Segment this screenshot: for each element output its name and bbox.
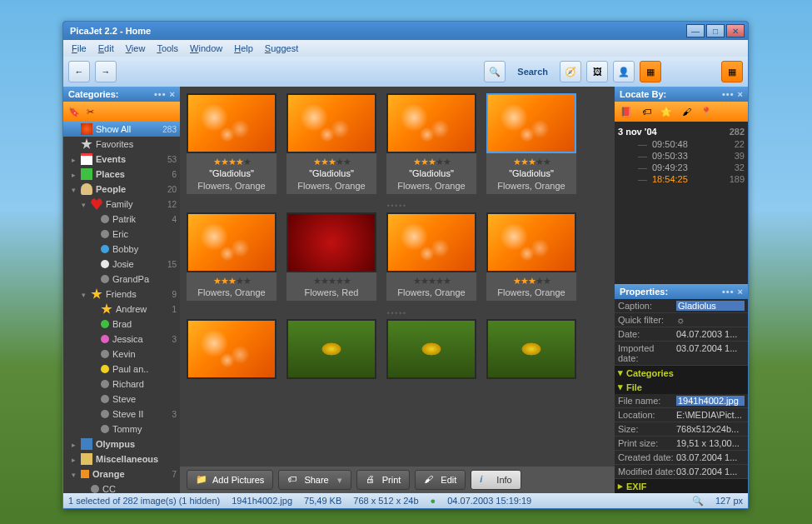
print-button[interactable]: 🖨Print xyxy=(356,470,411,490)
expand-icon[interactable] xyxy=(70,141,77,148)
view-thumbnails-button[interactable]: ▦ xyxy=(640,61,661,82)
category-paul-an-[interactable]: Paul an.. xyxy=(63,362,180,377)
property-row[interactable]: Location:E:\MEDIA\Pict... xyxy=(615,408,748,422)
category-family[interactable]: ▾Family12 xyxy=(63,197,180,212)
thumbnail[interactable]: ★★★★★Flowers, Red xyxy=(286,212,376,302)
property-row[interactable]: File name:1941h4002.jpg xyxy=(615,394,748,408)
zoom-icon[interactable]: 🔍 xyxy=(692,496,704,507)
category-miscellaneous[interactable]: ▸Miscellaneous xyxy=(63,452,180,467)
expand-icon[interactable] xyxy=(90,216,97,223)
thumbnail[interactable] xyxy=(286,319,376,379)
locate-time-row[interactable]: —18:54:25189 xyxy=(618,173,745,185)
category-olympus[interactable]: ▸Olympus xyxy=(63,437,180,452)
thumbnail[interactable] xyxy=(187,319,276,379)
category-kevin[interactable]: Kevin xyxy=(63,347,180,362)
locate-time-row[interactable]: —09:50:3339 xyxy=(618,150,745,162)
locate-tag-icon[interactable]: 🏷 xyxy=(638,103,655,120)
locate-book-icon[interactable]: 📕 xyxy=(618,103,635,120)
expand-icon[interactable] xyxy=(80,486,87,493)
property-section-exif[interactable]: ▸EXIF xyxy=(615,479,748,493)
category-favorites[interactable]: Favorites xyxy=(63,137,180,152)
expand-icon[interactable] xyxy=(70,126,77,133)
category-tommy[interactable]: Tommy xyxy=(63,422,180,437)
locate-body[interactable]: 3 nov '04 282 —09:50:4822—09:50:3339—09:… xyxy=(615,122,748,284)
category-steve[interactable]: Steve xyxy=(63,392,180,407)
add-pictures-button[interactable]: 📁Add Pictures xyxy=(187,470,273,490)
category-jessica[interactable]: Jessica3 xyxy=(63,332,180,347)
expand-icon[interactable] xyxy=(90,351,97,358)
property-section-categories[interactable]: ▾Categories xyxy=(615,366,748,380)
categories-list[interactable]: Show All283Favorites▸Events53▸Places6▾Pe… xyxy=(63,122,180,493)
locate-time-row[interactable]: —09:50:4822 xyxy=(618,138,745,150)
thumbnail[interactable] xyxy=(386,319,476,379)
expand-icon[interactable] xyxy=(90,336,97,343)
back-button[interactable]: ← xyxy=(68,61,90,82)
expand-icon[interactable] xyxy=(90,381,97,388)
expand-icon[interactable]: ▸ xyxy=(70,456,77,463)
property-row[interactable]: Imported date:03.07.2004 1... xyxy=(615,342,748,366)
bookmark-icon[interactable]: 🔖 xyxy=(68,107,80,117)
locate-brush-icon[interactable]: 🖌 xyxy=(678,103,695,120)
property-row[interactable]: Caption:Gladiolus xyxy=(615,299,748,313)
thumbnail[interactable]: ★★★★★Flowers, Orange xyxy=(486,212,576,302)
property-row[interactable]: Modified date:03.07.2004 1... xyxy=(615,465,748,479)
expand-icon[interactable]: ▸ xyxy=(70,441,77,448)
locate-date-row[interactable]: 3 nov '04 282 xyxy=(618,125,745,138)
titlebar[interactable]: PicaJet 2.2 - Home — □ ✕ xyxy=(63,22,748,40)
panel-options-icon[interactable]: ••• xyxy=(722,287,735,297)
edit-button[interactable]: 🖌Edit xyxy=(415,470,466,490)
expand-icon[interactable]: ▾ xyxy=(80,201,87,208)
expand-icon[interactable] xyxy=(90,246,97,253)
category-people[interactable]: ▾People20 xyxy=(63,182,180,197)
cut-icon[interactable]: ✂ xyxy=(87,107,94,117)
expand-icon[interactable] xyxy=(90,426,97,433)
expand-icon[interactable]: ▾ xyxy=(70,471,77,478)
expand-icon[interactable] xyxy=(90,396,97,403)
category-josie[interactable]: Josie15 xyxy=(63,257,180,272)
category-places[interactable]: ▸Places6 xyxy=(63,167,180,182)
search-icon[interactable]: 🔍 xyxy=(484,61,506,82)
thumbnail[interactable]: ★★★★★"Gladiolus"Flowers, Orange xyxy=(187,93,276,194)
thumbnail[interactable]: ★★★★★"Gladiolus"Flowers, Orange xyxy=(386,93,476,194)
info-button[interactable]: iInfo xyxy=(471,470,521,490)
category-bobby[interactable]: Bobby xyxy=(63,242,180,257)
thumbnail[interactable] xyxy=(486,319,576,379)
expand-icon[interactable]: ▸ xyxy=(70,156,77,163)
expand-icon[interactable] xyxy=(90,366,97,373)
property-row[interactable]: Created date:03.07.2004 1... xyxy=(615,451,748,465)
tool-button-1[interactable]: 🧭 xyxy=(560,61,581,82)
category-patrik[interactable]: Patrik4 xyxy=(63,212,180,227)
panel-options-icon[interactable]: ••• xyxy=(154,89,167,99)
thumbnail[interactable]: ★★★★★Flowers, Orange xyxy=(187,212,276,302)
category-events[interactable]: ▸Events53 xyxy=(63,152,180,167)
category-steve-ii[interactable]: Steve II3 xyxy=(63,407,180,422)
category-grandpa[interactable]: GrandPa xyxy=(63,272,180,287)
thumbnail[interactable]: ★★★★★Flowers, Orange xyxy=(386,212,476,302)
expand-icon[interactable] xyxy=(90,276,97,283)
property-row[interactable]: Date:04.07.2003 1... xyxy=(615,327,748,342)
share-button[interactable]: 🏷Share▾ xyxy=(278,470,351,490)
close-button[interactable]: ✕ xyxy=(726,24,745,37)
thumbnail[interactable]: ★★★★★"Gladiolus"Flowers, Orange xyxy=(286,93,376,194)
expand-icon[interactable]: ▸ xyxy=(70,171,77,178)
property-row[interactable]: Quick filter:☼ xyxy=(615,313,748,327)
expand-icon[interactable] xyxy=(90,411,97,418)
expand-icon[interactable] xyxy=(90,321,97,328)
menu-file[interactable]: File xyxy=(67,42,92,55)
thumbnails-area[interactable]: ★★★★★"Gladiolus"Flowers, Orange★★★★★"Gla… xyxy=(180,87,615,467)
locate-pin-icon[interactable]: 📍 xyxy=(698,103,715,120)
category-andrew[interactable]: Andrew1 xyxy=(63,302,180,317)
search-button[interactable]: Search xyxy=(511,67,555,77)
tool-button-3[interactable]: 👤 xyxy=(613,61,635,82)
menu-window[interactable]: Window xyxy=(185,42,227,55)
panel-close-icon[interactable]: × xyxy=(170,89,175,99)
property-row[interactable]: Print size:19,51 x 13,00... xyxy=(615,437,748,451)
menu-help[interactable]: Help xyxy=(229,42,258,55)
menu-tools[interactable]: Tools xyxy=(152,42,183,55)
menu-view[interactable]: View xyxy=(121,42,151,55)
forward-button[interactable]: → xyxy=(95,61,117,82)
thumbnail[interactable]: ★★★★★"Gladiolus"Flowers, Orange xyxy=(486,93,576,194)
category-friends[interactable]: ▾Friends9 xyxy=(63,287,180,302)
category-cc[interactable]: CC xyxy=(63,482,180,493)
expand-icon[interactable] xyxy=(90,231,97,238)
